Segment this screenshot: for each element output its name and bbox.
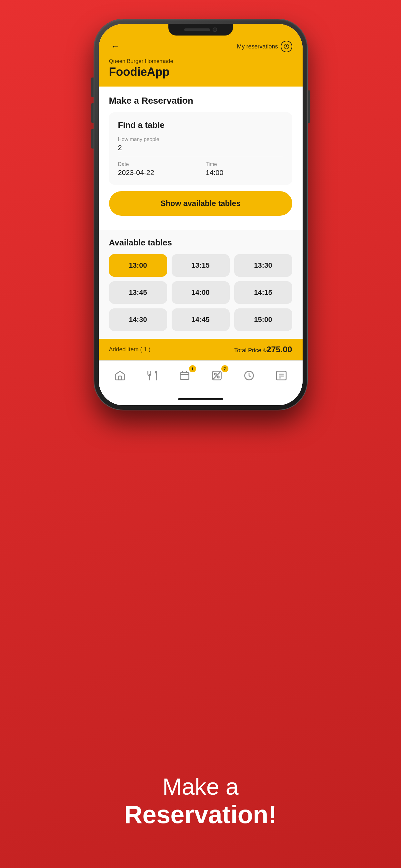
total-price-value: 275.00 — [266, 345, 292, 354]
time-slot-1400[interactable]: 14:00 — [172, 281, 230, 304]
profile-icon — [273, 367, 290, 384]
cart-bar[interactable]: Added Item ( 1 ) Total Price ₺275.00 — [99, 339, 303, 361]
clock-circle-icon — [281, 41, 292, 52]
nav-item-reservations[interactable] — [237, 366, 261, 385]
nav-item-menu[interactable] — [140, 366, 165, 385]
bottom-promo-text: Make a Reservation! — [124, 773, 277, 829]
svg-rect-1 — [119, 376, 121, 380]
home-bar — [178, 398, 223, 400]
home-indicator — [99, 396, 303, 405]
home-icon — [112, 367, 128, 384]
time-slot-1430[interactable]: 14:30 — [109, 308, 167, 331]
cart-svg — [179, 370, 190, 381]
restaurant-name: Queen Burger Homemade — [109, 58, 292, 65]
my-reservations-label: My reservations — [237, 43, 278, 50]
time-slots-grid: 13:0013:1513:3013:4514:0014:1514:3014:45… — [109, 254, 292, 331]
bottom-nav: 1 7 — [99, 361, 303, 396]
svg-point-8 — [217, 376, 219, 378]
menu-icon — [144, 367, 161, 384]
svg-rect-3 — [180, 373, 189, 379]
time-field: Time 14:00 — [206, 161, 283, 177]
clock-nav-svg — [243, 370, 255, 381]
profile-svg — [275, 370, 287, 381]
svg-rect-12 — [276, 371, 286, 380]
time-label: Time — [206, 161, 283, 167]
date-field: Date 2023-04-22 — [118, 161, 196, 177]
phone-outer: ← My reservations Queen Burger Homemade — [94, 20, 307, 410]
available-tables-section: Available tables 13:0013:1513:3013:4514:… — [99, 230, 303, 339]
offers-svg — [211, 370, 223, 381]
find-table-card: Find a table How many people 2 Date 2023… — [109, 113, 292, 185]
reservation-title: Make a Reservation — [109, 96, 292, 106]
people-value[interactable]: 2 — [118, 144, 283, 156]
nav-item-home[interactable] — [108, 366, 132, 385]
cutlery-svg — [146, 370, 158, 381]
notch — [168, 24, 233, 35]
time-slot-1500[interactable]: 15:00 — [234, 308, 292, 331]
time-slot-1330[interactable]: 13:30 — [234, 254, 292, 277]
my-reservations-button[interactable]: My reservations — [237, 41, 292, 52]
nav-item-offers[interactable]: 7 — [204, 366, 229, 385]
clock-icon — [283, 43, 290, 50]
phone-screen: ← My reservations Queen Burger Homemade — [99, 24, 303, 405]
reservations-icon — [241, 367, 258, 384]
promo-line2: Reservation! — [124, 800, 277, 829]
svg-point-7 — [214, 373, 216, 375]
home-svg — [114, 370, 126, 381]
header-top: ← My reservations — [109, 40, 292, 53]
time-slot-1300[interactable]: 13:00 — [109, 254, 167, 277]
date-value[interactable]: 2023-04-22 — [118, 168, 196, 177]
notch-speaker — [184, 28, 210, 31]
back-button[interactable]: ← — [109, 40, 122, 53]
date-time-row: Date 2023-04-22 Time 14:00 — [118, 161, 283, 177]
available-tables-title: Available tables — [109, 238, 292, 248]
offers-badge: 7 — [221, 365, 228, 372]
nav-item-profile[interactable] — [269, 366, 294, 385]
time-slot-1415[interactable]: 14:15 — [234, 281, 292, 304]
cart-badge: 1 — [189, 365, 196, 372]
phone-frame: ← My reservations Queen Burger Homemade — [94, 20, 307, 410]
time-slot-1345[interactable]: 13:45 — [109, 281, 167, 304]
notch-camera — [212, 27, 217, 32]
people-label: How many people — [118, 136, 283, 143]
show-available-tables-button[interactable]: Show available tables — [109, 191, 292, 216]
time-value[interactable]: 14:00 — [206, 168, 283, 177]
time-slot-1445[interactable]: 14:45 — [172, 308, 230, 331]
back-arrow-icon: ← — [111, 41, 120, 52]
find-table-title: Find a table — [118, 120, 283, 130]
nav-item-cart[interactable]: 1 — [172, 366, 197, 385]
total-price: Total Price ₺275.00 — [234, 345, 292, 354]
added-items-label: Added Item ( 1 ) — [109, 346, 151, 353]
app-name: FoodieApp — [109, 65, 292, 79]
reservation-section: Make a Reservation Find a table How many… — [99, 87, 303, 230]
date-label: Date — [118, 161, 196, 167]
total-price-label: Total Price ₺ — [234, 347, 266, 353]
time-slot-1315[interactable]: 13:15 — [172, 254, 230, 277]
promo-line1: Make a — [124, 773, 277, 800]
